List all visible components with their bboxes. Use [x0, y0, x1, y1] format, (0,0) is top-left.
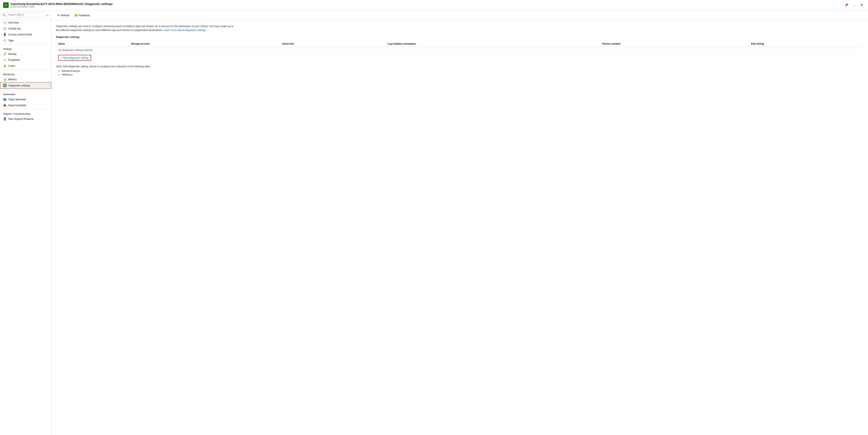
overview-icon: ⬜ [3, 21, 6, 24]
collapse-sidebar-button[interactable]: « [46, 13, 49, 17]
sidebar-item-label: Tasks (preview) [8, 98, 26, 101]
refresh-icon: ↻ [57, 13, 60, 17]
add-diagnostic-setting-button[interactable]: + Add diagnostic setting [58, 55, 91, 61]
description-paragraph: Diagnostic settings are used to configur… [56, 24, 234, 32]
diagnostic-settings-section-title: Diagnostic settings [56, 35, 863, 38]
refresh-label: Refresh [61, 14, 70, 17]
feedback-icon: 😊 [74, 13, 78, 17]
search-input[interactable] [7, 12, 45, 18]
monitoring-section-label: Monitoring [0, 70, 51, 76]
sidebar-item-label: Overview [8, 21, 19, 24]
sidebar-item-identity[interactable]: 🔑 Identity [0, 51, 51, 57]
export-template-icon: 📤 [3, 103, 6, 107]
pin-button[interactable]: 📌 [844, 2, 849, 8]
sidebar-item-label: Diagnostic settings [8, 84, 30, 87]
sidebar-item-export-template[interactable]: 📤 Export template [0, 102, 51, 108]
sidebar-item-label: Locks [8, 64, 15, 67]
col-header-storage: Storage account [129, 41, 280, 47]
content-body: Diagnostic settings are used to configur… [51, 20, 868, 81]
configure-text: Click 'Add Diagnostic setting' above to … [56, 65, 863, 68]
col-header-log-analytics: Log Analytics workspace [385, 41, 600, 47]
title-bar: ⚡ topic01stg-811a624a-8a77-437e-89de-dfe… [0, 0, 868, 10]
properties-icon: ≡ [3, 58, 6, 61]
sidebar-item-metrics[interactable]: 📊 Metrics [0, 76, 51, 82]
col-header-name: Name [56, 41, 129, 47]
monitoring-divider [3, 69, 48, 70]
diagnostic-settings-icon [3, 84, 6, 87]
diagnostic-settings-table: Name Storage account Event hub Log Analy… [56, 41, 863, 53]
sidebar-item-label: Export template [8, 104, 26, 107]
sidebar: 🔍 « ⬜ Overview 📋 Activity log 👤 Access c… [0, 10, 51, 435]
automation-divider [3, 89, 48, 90]
refresh-button[interactable]: ↻ Refresh [55, 12, 72, 18]
main-layout: 🔍 « ⬜ Overview 📋 Activity log 👤 Access c… [0, 10, 868, 435]
feedback-label: Feedback [79, 14, 90, 17]
title-left: ⚡ topic01stg-811a624a-8a77-437e-89de-dfe… [3, 2, 113, 8]
identity-icon: 🔑 [3, 52, 6, 56]
description-text-main: Diagnostic settings are used to configur… [56, 25, 234, 32]
data-item-all-metrics: AllMetrics [62, 73, 863, 76]
resource-type-label: Event Grid System Topic [11, 5, 113, 8]
sidebar-item-label: Properties [8, 58, 20, 61]
toolbar: ↻ Refresh 😊 Feedback [51, 10, 868, 20]
sidebar-item-iam[interactable]: 👤 Access control (IAM) [0, 31, 51, 37]
learn-more-link[interactable]: Learn more about diagnostic settings [164, 29, 206, 32]
data-item-delivery-failures: DeliveryFailures [62, 69, 863, 72]
metrics-icon: 📊 [3, 78, 6, 81]
sidebar-item-activity-log[interactable]: 📋 Activity log [0, 26, 51, 31]
sidebar-item-label: Activity log [8, 27, 21, 30]
content-area: ↻ Refresh 😊 Feedback Diagnostic settings… [51, 10, 868, 435]
title-actions: 📌 … ✕ [844, 2, 865, 8]
search-icon: 🔍 [2, 13, 5, 17]
no-settings-text: No diagnostic settings defined [56, 47, 863, 53]
locks-icon: 🔒 [3, 64, 6, 67]
sidebar-item-label: Metrics [8, 78, 17, 81]
sidebar-item-label: New Support Request [8, 117, 33, 120]
col-header-eventhub: Event hub [280, 41, 385, 47]
support-divider [3, 109, 48, 109]
iam-icon: 👤 [3, 33, 6, 36]
new-support-icon: 👤 [3, 117, 6, 120]
close-button[interactable]: ✕ [859, 2, 865, 8]
sidebar-item-label: Identity [8, 53, 17, 56]
title-text-group: topic01stg-811a624a-8a77-437e-89de-dfeb5… [11, 2, 113, 8]
sidebar-item-label: Tags [8, 39, 13, 42]
support-section-label: Support + troubleshooting [0, 110, 51, 116]
sidebar-item-properties[interactable]: ≡ Properties [0, 57, 51, 63]
sidebar-item-tags[interactable]: 🏷 Tags [0, 37, 51, 43]
sidebar-item-tasks[interactable]: 👥 Tasks (preview) [0, 96, 51, 102]
feedback-button[interactable]: 😊 Feedback [72, 12, 92, 18]
sidebar-item-overview[interactable]: ⬜ Overview [0, 20, 51, 26]
no-settings-row: No diagnostic settings defined [56, 47, 863, 53]
tags-icon: 🏷 [3, 39, 6, 42]
col-header-edit: Edit setting [749, 41, 863, 47]
col-header-partner: Partner solution [600, 41, 749, 47]
sidebar-item-new-support-request[interactable]: 👤 New Support Request [0, 116, 51, 122]
page-title: topic01stg-811a624a-8a77-437e-89de-dfeb5… [11, 2, 113, 5]
automation-section-label: Automation [0, 90, 51, 96]
sidebar-item-locks[interactable]: 🔒 Locks [0, 63, 51, 69]
sidebar-item-label: Access control (IAM) [8, 33, 32, 36]
sidebar-item-diagnostic-settings[interactable]: Diagnostic settings [0, 82, 51, 89]
data-items-list: DeliveryFailures AllMetrics [56, 69, 863, 76]
more-options-button[interactable]: … [851, 3, 856, 8]
settings-section-label: Settings [0, 45, 51, 51]
resource-icon: ⚡ [3, 2, 9, 8]
search-bar: 🔍 « [0, 10, 51, 20]
tasks-icon: 👥 [3, 98, 6, 101]
activity-log-icon: 📋 [3, 27, 6, 30]
